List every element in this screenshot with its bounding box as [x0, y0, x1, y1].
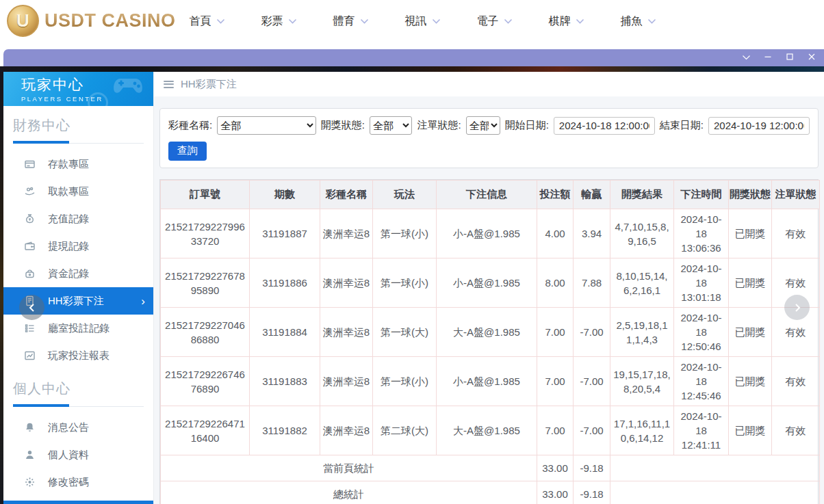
table-row: 215217292267467689031191883澳洲幸运8第一球(小)小-… [161, 357, 820, 406]
expand-panel-button[interactable] [784, 295, 810, 320]
site-header: U USDT CASINO 首頁彩票體育視訊電子棋牌捕魚 [0, 0, 824, 42]
purse-icon [24, 268, 36, 279]
column-header: 彩種名稱 [320, 181, 373, 209]
table-cell: 8,10,15,14,6,2,16,1 [610, 258, 674, 308]
minimize-button[interactable] [763, 53, 773, 63]
filter-panel: 彩種名稱: 全部 開獎狀態: 全部 注單狀態: 全部 開始日期: 結束日期: 查… [159, 108, 819, 168]
nav-item-label: 視訊 [405, 14, 427, 29]
table-cell: 7.88 [574, 258, 610, 308]
table-cell: 已開獎 [729, 258, 772, 308]
nav-item-live-video[interactable]: 視訊 [387, 14, 459, 29]
nav-item-label: 體育 [333, 14, 355, 29]
table-cell: 31191884 [250, 308, 320, 357]
nav-item-fishing[interactable]: 捕魚 [602, 14, 674, 29]
table-cell: 31191882 [250, 406, 320, 455]
sidebar-item-change-password[interactable]: 修改密碼 [3, 468, 153, 496]
list-icon [24, 323, 36, 334]
nav-item-slots[interactable]: 電子 [459, 14, 530, 29]
logo[interactable]: U USDT CASINO [7, 5, 176, 37]
maximize-button[interactable] [785, 53, 795, 63]
sidebar-item-label: 存款專區 [48, 158, 89, 171]
start-date-label: 開始日期: [505, 119, 549, 132]
table-cell: 2152172922647116400 [161, 406, 250, 455]
nav-item-label: 電子 [477, 14, 499, 29]
end-date-input[interactable] [708, 117, 810, 135]
nav-item-chess-cards[interactable]: 棋牌 [530, 14, 602, 29]
sidebar-bottom-item-stub [3, 501, 153, 504]
column-header: 期數 [250, 181, 320, 209]
table-cell: 有效 [772, 209, 820, 258]
sidebar-item-player-bet-report[interactable]: 玩家投注報表 [3, 342, 153, 369]
chevron-down-icon [432, 15, 441, 27]
table-cell: 小-A盤@1.985 [437, 357, 537, 406]
summary-bet-total: 33.00 [537, 455, 574, 481]
menu-icon[interactable] [164, 81, 174, 88]
table-cell: 大-A盤@1.985 [437, 406, 537, 455]
table-cell: 7.00 [537, 308, 574, 357]
chevron-down-icon [360, 15, 369, 27]
sidebar-item-label: 玩家投注報表 [48, 349, 110, 362]
start-date-input[interactable] [554, 117, 655, 135]
sidebar-item-label: 消息公告 [48, 421, 89, 434]
collapse-sidebar-button[interactable] [19, 295, 44, 320]
section-underline [13, 141, 144, 144]
table-cell: -7.00 [574, 406, 610, 455]
summary-row: 當前頁統計33.00-9.18 [161, 455, 820, 481]
table-cell: 第一球(小) [373, 258, 437, 308]
chevron-down-icon [504, 15, 513, 27]
close-button[interactable] [807, 53, 816, 63]
table-cell: -7.00 [574, 308, 610, 357]
column-header: 投注額 [537, 181, 574, 209]
chevron-right-icon: › [141, 295, 145, 307]
table-cell: 2152172922704686880 [161, 308, 250, 357]
nav-item-sports[interactable]: 體育 [315, 14, 387, 29]
sidebar-item-recharge-record[interactable]: 充值記錄 [3, 205, 153, 233]
column-header: 下注時間 [674, 181, 729, 209]
chevron-down-icon [216, 15, 225, 27]
background-image-strip [0, 66, 824, 72]
summary-winloss-total: -9.18 [574, 481, 610, 504]
table-cell: 2024-10-18 13:01:18 [674, 258, 729, 308]
end-date-label: 結束日期: [660, 119, 704, 132]
nav-item-lottery[interactable]: 彩票 [243, 14, 315, 29]
sidebar-item-funds-record[interactable]: 資金記錄 [3, 260, 153, 287]
sidebar: 玩家中心 PLAYERS CENTER 財務中心存款專區取款專區充值記錄提現記錄… [3, 72, 154, 504]
window-controls [741, 53, 824, 63]
nav-item-label: 棋牌 [549, 14, 571, 29]
chevron-left-icon [27, 303, 37, 313]
sidebar-item-deposit-zone[interactable]: 存款專區 [3, 150, 153, 178]
table-cell: 17,1,16,11,10,6,14,12 [610, 406, 674, 455]
sidebar-item-withdraw-record[interactable]: 提現記錄 [3, 233, 153, 260]
table-cell: 4,7,10,15,8,9,16,5 [610, 209, 674, 258]
table-cell: 2024-10-18 12:45:46 [674, 357, 729, 406]
sidebar-item-label: 資金記錄 [48, 267, 89, 280]
summary-label: 當前頁統計 [161, 455, 537, 481]
table-cell: 31191887 [250, 209, 320, 258]
table-cell: 19,15,17,18,8,20,5,4 [610, 357, 674, 406]
order-status-select[interactable]: 全部 [466, 116, 500, 135]
maximize-icon [786, 53, 794, 63]
gamepad-icon [112, 76, 144, 96]
nav-item-home[interactable]: 首頁 [171, 14, 243, 29]
search-button[interactable]: 查詢 [168, 142, 207, 161]
table-cell: 2152172922674676890 [161, 357, 250, 406]
sidebar-item-withdraw-zone[interactable]: 取款專區 [3, 178, 153, 205]
draw-status-select[interactable]: 全部 [370, 116, 413, 135]
table-cell: 31191886 [250, 258, 320, 308]
lottery-name-select[interactable]: 全部 [217, 116, 316, 135]
table-cell: 第二球(大) [373, 406, 437, 455]
table-cell: 8.00 [537, 258, 574, 308]
players-center-header: 玩家中心 PLAYERS CENTER [3, 72, 153, 106]
section-title-personal-center: 個人中心 [13, 380, 144, 398]
column-header: 玩法 [373, 181, 437, 209]
table-cell: 大-A盤@1.985 [437, 308, 537, 357]
table-cell: 小-A盤@1.985 [437, 258, 537, 308]
chevron-down-icon [576, 15, 584, 27]
table-cell: 有效 [772, 406, 820, 455]
logo-text: USDT CASINO [44, 10, 176, 31]
sidebar-item-profile[interactable]: 個人資料 [3, 441, 153, 468]
table-row: 215217292264711640031191882澳洲幸运8第二球(大)大-… [161, 406, 820, 455]
sidebar-item-announcements[interactable]: 消息公告 [3, 414, 153, 441]
dropdown-button[interactable] [741, 53, 751, 63]
summary-bet-total: 33.00 [537, 481, 574, 504]
